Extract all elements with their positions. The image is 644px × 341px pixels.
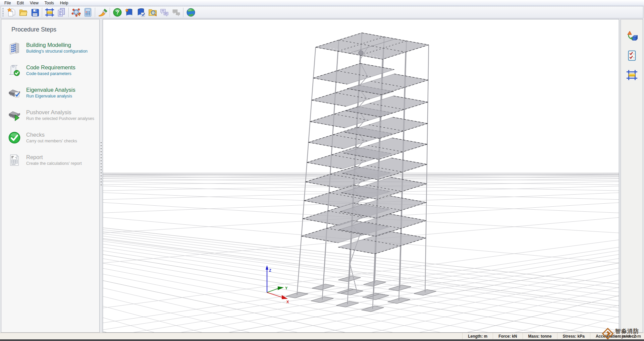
step-subtitle: Run the selected Pushover analyses — [26, 116, 94, 121]
svg-text:X: X — [286, 300, 289, 304]
building-icon — [8, 42, 21, 54]
step-subtitle: Code-based parameters — [26, 71, 75, 76]
toolbar-separator — [110, 8, 110, 17]
toolbar-separator — [183, 8, 183, 17]
frame-gold-icon — [626, 69, 638, 81]
book-check-icon — [136, 8, 146, 17]
frame-elements-button[interactable] — [626, 69, 638, 81]
feedback-disabled-icon — [171, 8, 181, 17]
save-icon — [30, 8, 40, 17]
step-title: Report — [26, 154, 82, 160]
feedback-button[interactable] — [170, 7, 182, 18]
watermark-logo-icon — [602, 328, 614, 340]
report-button[interactable] — [55, 7, 67, 18]
save-project-button[interactable] — [29, 7, 41, 18]
menu-bar: FileEditViewToolsHelp — [0, 0, 644, 6]
examples-button[interactable] — [147, 7, 158, 18]
step-title: Building Modelling — [26, 42, 88, 48]
procedure-steps-panel: Procedure Steps Building ModellingBuildi… — [1, 19, 100, 333]
procedure-step-report[interactable]: ReportCreate the calculations' report — [1, 149, 99, 171]
help-button[interactable]: ? — [111, 7, 123, 18]
model-view-icon — [71, 8, 81, 17]
display-options-button[interactable] — [626, 30, 638, 42]
3d-scene: ZYX — [103, 19, 619, 332]
report-doc-icon — [8, 154, 21, 166]
chip-run-icon — [8, 109, 21, 122]
toolbar-grip[interactable] — [2, 8, 4, 17]
procedure-steps-title: Procedure Steps — [11, 26, 99, 33]
globe-icon — [186, 8, 196, 17]
step-title: Code Requirements — [26, 64, 75, 71]
procedure-step-pushover-analysis[interactable]: Pushover AnalysisRun the selected Pushov… — [1, 104, 99, 126]
calculator-button[interactable] — [82, 7, 94, 18]
procedure-steps-list: Building ModellingBuilding's structural … — [1, 37, 99, 171]
tutorial-button[interactable] — [123, 7, 135, 18]
performance-criteria-button[interactable] — [626, 50, 638, 62]
procedure-step-code-requirements[interactable]: Code RequirementsCode-based parameters — [1, 59, 99, 81]
check-circle-icon — [8, 131, 21, 144]
menu-item-edit[interactable]: Edit — [14, 0, 27, 6]
step-subtitle: Building's structural configuration — [26, 49, 88, 54]
brush-icon — [98, 8, 107, 17]
report-pages-icon — [57, 8, 66, 17]
calculator-icon — [83, 8, 93, 17]
status-bar: Length: mForce: kNMass: tonneStress: kPa… — [0, 333, 644, 339]
menu-item-help[interactable]: Help — [57, 0, 71, 6]
procedure-step-checks[interactable]: ChecksCarry out members' checks — [1, 126, 99, 149]
toolbar-separator — [42, 8, 42, 17]
help-icon: ? — [113, 8, 122, 17]
floor-slabs — [302, 33, 429, 254]
chat-icon — [160, 8, 169, 17]
open-folder-icon — [18, 8, 28, 17]
view-toolbar — [621, 19, 643, 333]
procedure-step-building-modelling[interactable]: Building ModellingBuilding's structural … — [1, 37, 99, 59]
checklist-icon — [626, 50, 638, 61]
procedure-step-eigenvalue-analysis[interactable]: Eigenvalue AnalysisRun Eigenvalue analys… — [1, 81, 99, 104]
folder-search-icon — [148, 8, 157, 17]
main-toolbar: ? — [1, 6, 643, 18]
step-subtitle: Run Eigenvalue analysis — [26, 94, 75, 98]
watermark-text: 智淼消防 zmjaxf.com — [615, 329, 641, 339]
model-view-button[interactable] — [70, 7, 82, 18]
panel-splitter[interactable] — [100, 19, 103, 333]
menu-item-tools[interactable]: Tools — [42, 0, 57, 6]
status-force: Force: kN — [493, 333, 522, 339]
selected-node — [359, 51, 363, 55]
watermark-title: 智淼消防 — [615, 329, 641, 334]
format-brush-button[interactable] — [97, 7, 108, 18]
status-mass: Mass: tonne — [523, 333, 557, 339]
status-stress: Stress: kPa — [557, 333, 590, 339]
axis-triad: ZYX — [266, 265, 289, 304]
building-modeller-button[interactable] — [44, 7, 55, 18]
chip-check-icon — [8, 86, 21, 99]
website-button[interactable] — [185, 7, 197, 18]
deformed-shape-icon — [626, 30, 638, 42]
manual-button[interactable] — [135, 7, 147, 18]
open-project-button[interactable] — [17, 7, 29, 18]
new-document-icon — [7, 8, 16, 17]
status-length: Length: m — [462, 333, 493, 339]
frame-icon — [45, 8, 54, 17]
window-edge — [0, 339, 644, 341]
watermark: 智淼消防 zmjaxf.com — [602, 328, 641, 340]
toolbar-separator — [68, 8, 69, 17]
step-title: Pushover Analysis — [26, 109, 94, 116]
svg-text:?: ? — [116, 9, 119, 15]
step-title: Checks — [26, 132, 77, 138]
menu-item-view[interactable]: View — [27, 0, 42, 6]
step-subtitle: Create the calculations' report — [26, 161, 82, 166]
svg-text:Y: Y — [285, 286, 288, 290]
watermark-url: zmjaxf.com — [615, 334, 641, 339]
toolbar-separator — [95, 8, 95, 17]
book-star-icon — [124, 8, 134, 17]
splitter-grip-dots — [101, 142, 102, 186]
step-title: Eigenvalue Analysis — [26, 87, 75, 93]
menu-item-file[interactable]: File — [1, 0, 14, 6]
step-subtitle: Carry out members' checks — [26, 139, 77, 143]
scroll-check-icon — [8, 64, 21, 77]
3d-viewport[interactable]: ZYX — [103, 19, 619, 333]
new-project-button[interactable] — [5, 7, 17, 18]
forum-button[interactable] — [158, 7, 170, 18]
svg-text:Z: Z — [269, 268, 271, 272]
